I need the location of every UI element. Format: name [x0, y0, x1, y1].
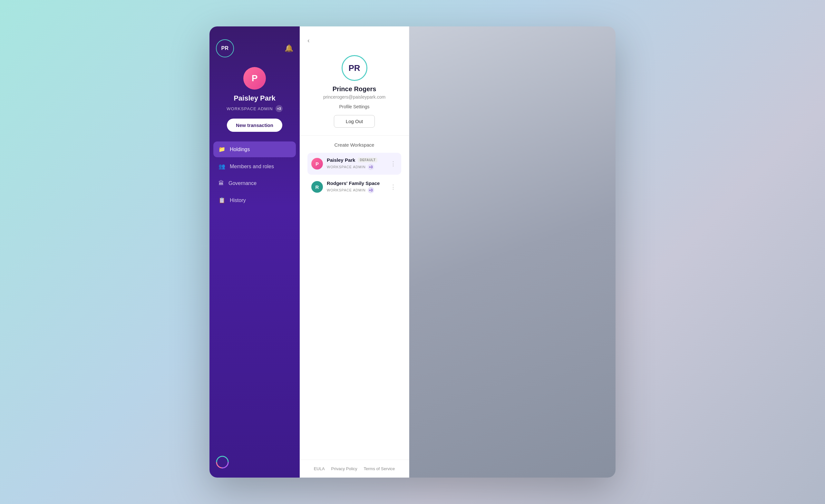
dropdown-footer: EULA Privacy Policy Terms of Service — [300, 459, 409, 478]
sidebar-item-members-label: Members and roles — [230, 164, 274, 169]
governance-icon: 🏛 — [219, 180, 224, 187]
back-button[interactable]: ‹ — [307, 35, 312, 46]
sidebar-item-holdings-label: Holdings — [230, 147, 250, 152]
ws-name-row-rodgers: Rodgers' Family Space — [327, 181, 389, 186]
ws-name-rodgers: Rodgers' Family Space — [327, 181, 380, 186]
sidebar: PR 🔔 P Paisley Park WORKSPACE ADMIN +3 N… — [210, 26, 300, 478]
sidebar-nav: 📁 Holdings 👥 Members and roles 🏛 Governa… — [210, 141, 300, 448]
logout-button[interactable]: Log Out — [334, 115, 375, 128]
q-logo-icon — [216, 456, 229, 469]
history-icon: 📋 — [219, 197, 225, 204]
sidebar-workspace-info: P Paisley Park WORKSPACE ADMIN +3 New tr… — [210, 67, 300, 141]
ws-role-row-paisley: WORKSPACE ADMIN +3 — [327, 164, 389, 170]
workspace-role-label: WORKSPACE ADMIN — [227, 106, 273, 111]
workspace-role-count: +3 — [276, 105, 283, 112]
profile-name: Prince Rogers — [332, 85, 376, 93]
new-transaction-button[interactable]: New transaction — [227, 119, 282, 132]
workspace-section: Create Workspace P Paisley Park DEFAULT … — [300, 136, 409, 459]
profile-section: PR Prince Rogers princerogers@paisleypar… — [300, 52, 409, 136]
dropdown-panel: ‹ PR Prince Rogers princerogers@paisleyp… — [300, 26, 409, 478]
ws-avatar-paisley: P — [311, 158, 323, 169]
ws-info-rodgers: Rodgers' Family Space WORKSPACE ADMIN +3 — [327, 181, 389, 193]
members-icon: 👥 — [219, 163, 225, 170]
holdings-icon: 📁 — [219, 146, 225, 153]
sidebar-item-members[interactable]: 👥 Members and roles — [213, 158, 296, 174]
ws-role-rodgers: WORKSPACE ADMIN — [327, 188, 366, 192]
workspace-badge[interactable]: PR — [216, 39, 234, 57]
ws-count-rodgers: +3 — [368, 187, 374, 193]
sidebar-item-history-label: History — [230, 198, 246, 203]
workspace-name: Paisley Park — [234, 94, 276, 102]
sidebar-header: PR 🔔 — [210, 26, 300, 67]
sidebar-item-holdings[interactable]: 📁 Holdings — [213, 141, 296, 157]
dropdown-header: ‹ — [300, 26, 409, 52]
privacy-link[interactable]: Privacy Policy — [331, 466, 357, 471]
ws-avatar-paisley-letter: P — [315, 161, 319, 166]
sidebar-item-governance-label: Governance — [228, 181, 256, 186]
sidebar-item-governance[interactable]: 🏛 Governance — [213, 175, 296, 191]
ws-menu-button-rodgers[interactable]: ⋮ — [389, 183, 397, 191]
profile-email: princerogers@paisleypark.com — [323, 94, 385, 99]
workspace-avatar-letter: P — [252, 73, 258, 83]
terms-link[interactable]: Terms of Service — [364, 466, 395, 471]
workspace-item-rodgers[interactable]: R Rodgers' Family Space WORKSPACE ADMIN … — [307, 176, 401, 198]
create-workspace-label[interactable]: Create Workspace — [307, 142, 401, 148]
bell-icon[interactable]: 🔔 — [285, 44, 293, 53]
ws-name-row-paisley: Paisley Park DEFAULT — [327, 157, 389, 163]
ws-menu-button-paisley[interactable]: ⋮ — [389, 159, 397, 168]
eula-link[interactable]: EULA — [314, 466, 325, 471]
workspace-badge-text: PR — [221, 46, 228, 51]
sidebar-item-history[interactable]: 📋 History — [213, 192, 296, 208]
ws-avatar-rodgers: R — [311, 181, 323, 193]
workspace-item-paisley[interactable]: P Paisley Park DEFAULT WORKSPACE ADMIN +… — [307, 153, 401, 175]
main-content — [409, 26, 615, 478]
profile-settings-link[interactable]: Profile Settings — [339, 104, 369, 109]
ws-avatar-rodgers-letter: R — [315, 184, 319, 190]
ws-count-paisley: +3 — [368, 164, 374, 170]
ws-role-row-rodgers: WORKSPACE ADMIN +3 — [327, 187, 389, 193]
profile-avatar-text: PR — [348, 63, 360, 73]
sidebar-footer — [210, 448, 300, 478]
ws-role-paisley: WORKSPACE ADMIN — [327, 165, 366, 169]
profile-avatar: PR — [342, 55, 367, 81]
ws-name-paisley: Paisley Park — [327, 157, 355, 163]
ws-info-paisley: Paisley Park DEFAULT WORKSPACE ADMIN +3 — [327, 157, 389, 170]
workspace-avatar: P — [243, 67, 266, 90]
ws-default-badge-paisley: DEFAULT — [358, 158, 377, 162]
workspace-role-row: WORKSPACE ADMIN +3 — [227, 105, 282, 112]
